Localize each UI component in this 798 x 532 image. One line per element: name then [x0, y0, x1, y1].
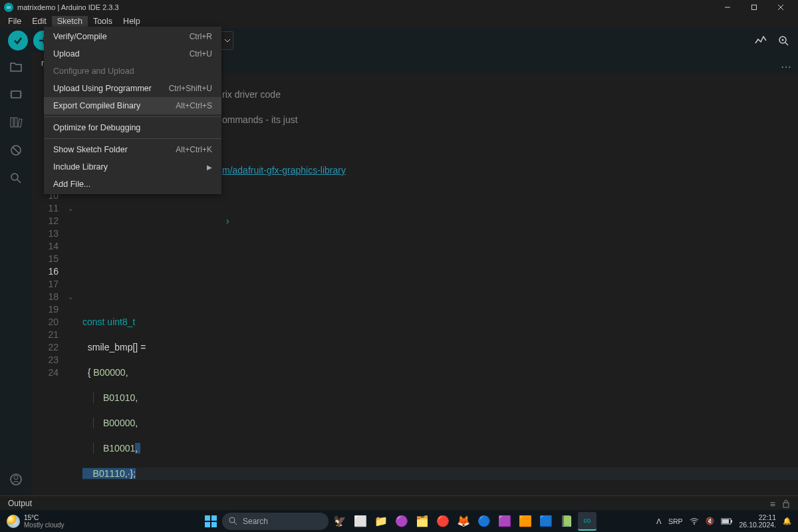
- taskbar-weather[interactable]: 15°CMostly cloudy: [7, 514, 65, 529]
- menu-separator: [44, 138, 221, 139]
- svg-line-17: [13, 147, 19, 154]
- svg-line-24: [234, 522, 237, 525]
- taskbar-arduino[interactable]: ∞: [578, 512, 597, 531]
- system-tray: ᐱ SRP 🔇 22:1126.10.2024. 🔔: [656, 514, 791, 529]
- menu-item-include-library[interactable]: Include Library▶: [44, 158, 221, 176]
- start-button[interactable]: [201, 512, 220, 531]
- taskbar-affinity-designer[interactable]: 🟧: [516, 512, 535, 531]
- tray-notifications-icon[interactable]: 🔔: [783, 517, 791, 525]
- menu-tools[interactable]: Tools: [88, 16, 118, 27]
- library-manager-icon[interactable]: [8, 114, 24, 130]
- weather-icon: [7, 515, 20, 528]
- board-dropdown-chevron[interactable]: [221, 31, 233, 50]
- taskbar-affinity-photo[interactable]: 🟪: [495, 512, 514, 531]
- output-options-icon[interactable]: ≡: [770, 499, 775, 509]
- menu-file[interactable]: File: [3, 16, 27, 27]
- verify-button[interactable]: [8, 31, 28, 51]
- taskbar-files[interactable]: 🗂️: [413, 512, 432, 531]
- svg-rect-15: [18, 119, 22, 128]
- account-icon[interactable]: [8, 471, 24, 487]
- app-icon: ∞: [4, 3, 13, 12]
- output-panel-header: Output ≡: [0, 495, 798, 511]
- svg-line-19: [17, 180, 21, 183]
- menu-item-upload-programmer[interactable]: Upload Using ProgrammerCtrl+Shift+U: [44, 80, 221, 97]
- taskbar-copilot[interactable]: 🟣: [392, 512, 411, 531]
- activity-bar: [0, 53, 32, 495]
- serial-plotter-icon[interactable]: [754, 34, 767, 47]
- windows-taskbar: 15°CMostly cloudy Search 🦅 ⬜ 📁 🟣 🗂️ 🔴 🦊 …: [0, 510, 798, 532]
- maximize-button[interactable]: [741, 0, 767, 15]
- svg-rect-13: [11, 118, 13, 127]
- chevron-right-icon: ▶: [207, 164, 212, 171]
- menu-edit[interactable]: Edit: [27, 16, 52, 27]
- menu-bar: File Edit Sketch Tools Help: [0, 15, 798, 28]
- sketch-dropdown: Verify/CompileCtrl+R UploadCtrl+U Config…: [44, 27, 221, 194]
- debug-icon[interactable]: [8, 142, 24, 158]
- window-title: matrixdemo | Arduino IDE 2.3.3: [17, 3, 714, 11]
- taskbar-explorer[interactable]: 📁: [372, 512, 390, 531]
- menu-item-export-binary[interactable]: Export Compiled BinaryAlt+Ctrl+S: [44, 97, 221, 114]
- output-lock-icon[interactable]: [782, 499, 790, 509]
- tray-language[interactable]: SRP: [668, 517, 683, 525]
- svg-point-18: [11, 174, 18, 180]
- taskbar-chrome[interactable]: 🔴: [434, 512, 452, 531]
- svg-line-7: [785, 43, 788, 45]
- tray-clock[interactable]: 22:1126.10.2024.: [739, 514, 776, 529]
- svg-point-23: [229, 517, 235, 523]
- svg-rect-1: [752, 5, 757, 10]
- svg-rect-27: [731, 520, 732, 523]
- close-button[interactable]: [767, 0, 794, 15]
- taskbar-edge[interactable]: 🔵: [475, 512, 493, 531]
- taskbar-search[interactable]: Search: [222, 513, 329, 530]
- menu-item-show-sketch-folder[interactable]: Show Sketch FolderAlt+Ctrl+K: [44, 141, 221, 158]
- tray-volume-icon[interactable]: 🔇: [706, 517, 714, 525]
- svg-rect-14: [15, 118, 17, 127]
- menu-separator: [44, 116, 221, 117]
- menu-sketch[interactable]: Sketch: [52, 16, 88, 27]
- tray-wifi-icon[interactable]: [690, 517, 699, 525]
- menu-item-configure-upload[interactable]: Configure and Upload: [44, 63, 221, 80]
- menu-item-optimize-debug[interactable]: Optimize for Debugging: [44, 119, 221, 136]
- search-icon[interactable]: [8, 170, 24, 186]
- tray-battery-icon[interactable]: [721, 518, 733, 525]
- svg-rect-28: [722, 519, 729, 523]
- svg-point-21: [14, 475, 18, 479]
- folder-icon[interactable]: [8, 59, 24, 74]
- svg-point-25: [694, 523, 695, 525]
- tray-chevron-up-icon[interactable]: ᐱ: [656, 517, 662, 525]
- taskbar-app-1[interactable]: 🦅: [331, 512, 349, 531]
- menu-item-add-file[interactable]: Add File...: [44, 176, 221, 193]
- output-label[interactable]: Output: [8, 497, 32, 511]
- svg-rect-22: [783, 503, 789, 507]
- menu-item-verify[interactable]: Verify/CompileCtrl+R: [44, 28, 221, 45]
- title-bar: ∞ matrixdemo | Arduino IDE 2.3.3: [0, 0, 798, 15]
- taskbar-app-3[interactable]: 📗: [557, 512, 576, 531]
- tab-overflow-icon[interactable]: ⋯: [774, 61, 798, 73]
- svg-rect-8: [11, 91, 21, 98]
- taskbar-firefox[interactable]: 🦊: [454, 512, 473, 531]
- board-manager-icon[interactable]: [8, 86, 24, 102]
- svg-point-6: [782, 39, 784, 41]
- taskbar-affinity-publisher[interactable]: 🟦: [537, 512, 555, 531]
- minimize-button[interactable]: [714, 0, 741, 15]
- menu-item-upload[interactable]: UploadCtrl+U: [44, 45, 221, 63]
- menu-help[interactable]: Help: [118, 16, 146, 27]
- taskbar-app-2[interactable]: ⬜: [351, 512, 370, 531]
- serial-monitor-icon[interactable]: [777, 34, 790, 47]
